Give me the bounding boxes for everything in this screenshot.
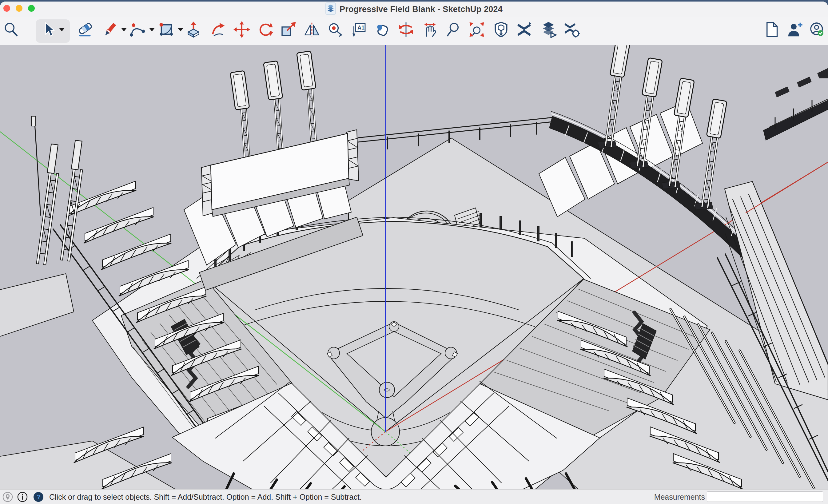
shapes-tool-icon[interactable] [158,21,175,38]
geolocation-icon[interactable] [2,492,13,502]
pan-icon[interactable] [422,21,438,38]
toolbar: A1 [0,17,828,46]
line-dropdown-caret[interactable] [121,28,127,31]
measurements-label: Measurements [654,490,705,504]
trimble-connect-icon[interactable] [540,21,557,38]
select-tool-icon[interactable] [40,21,57,38]
push-pull-icon[interactable] [185,21,202,38]
add-collaborator-icon[interactable] [786,21,803,38]
arc-dropdown-caret[interactable] [149,28,155,31]
title-bar: Progressive Field Blank - SketchUp 2024 [0,2,828,17]
shapes-dropdown-caret[interactable] [178,28,183,31]
scale-icon[interactable] [280,21,296,38]
viewport-3d[interactable] [0,45,828,489]
help-icon[interactable]: ? [33,492,44,502]
arc-tool-icon[interactable] [129,21,146,38]
zoom-icon[interactable] [445,21,462,38]
new-document-icon[interactable] [763,21,780,38]
window-title: Progressive Field Blank - SketchUp 2024 [339,5,503,14]
svg-text:?: ? [37,494,40,500]
measurements-input[interactable] [707,491,823,502]
extension-warehouse-icon[interactable] [516,21,532,38]
tape-measure-icon[interactable] [327,21,343,38]
line-tool-icon[interactable] [102,21,118,38]
paint-bucket-icon[interactable] [374,21,391,38]
follow-me-icon[interactable] [209,21,226,38]
3d-warehouse-icon[interactable] [493,21,509,38]
search-model-icon[interactable] [3,21,19,38]
sketchup-logo-icon [325,2,336,16]
svg-text:A1: A1 [358,25,365,31]
eraser-icon[interactable] [77,21,93,38]
status-hint: Click or drag to select objects. Shift =… [49,490,362,504]
orbit-icon[interactable] [398,21,414,38]
rotate-icon[interactable] [256,21,273,38]
account-icon[interactable] [809,21,825,38]
status-bar: ? Click or drag to select objects. Shift… [0,489,828,504]
flip-icon[interactable] [303,21,320,38]
text-icon[interactable]: A1 [350,21,367,38]
zoom-extents-icon[interactable] [468,21,485,38]
select-dropdown-caret[interactable] [59,28,65,31]
move-icon[interactable] [234,21,250,38]
extension-manager-icon[interactable] [564,21,580,38]
sketchup-window: Progressive Field Blank - SketchUp 2024 [0,2,828,504]
blue-axis[interactable] [385,45,386,432]
info-icon[interactable] [17,492,28,502]
